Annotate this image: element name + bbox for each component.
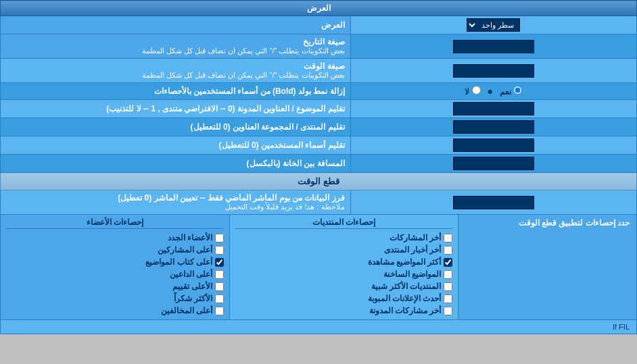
forum-stats-header: إحصاءات المنتديات xyxy=(235,217,452,229)
display-label: العرض xyxy=(1,16,351,34)
forum-trim-label: تقليم المنتدى / المجموعة العناوين (0 للت… xyxy=(1,118,351,136)
title-trim-label: تقليم الموضوع / العناوين المدونة (0 -- ا… xyxy=(1,100,351,118)
stat-item-top-inviters: أعلى الداعين xyxy=(6,268,224,280)
stat-item-top-topic-authors: أعلى كتاب المواضيع xyxy=(6,256,224,268)
cutoff-input-cell: 0 xyxy=(350,190,636,215)
stat-item-top-rated: الأعلى تقييم xyxy=(6,280,224,292)
stat-checkbox-new-members[interactable] xyxy=(215,234,224,242)
spacing-input[interactable]: 2 xyxy=(453,157,534,170)
cutoff-input[interactable]: 0 xyxy=(453,196,534,209)
bottom-note: If FIL xyxy=(1,320,637,334)
stat-checkbox-top-rated[interactable] xyxy=(215,282,224,291)
member-stats-col: إحصاءات الأعضاء الأعضاء الجدد أعلى المشا… xyxy=(1,215,229,319)
forum-trim-input[interactable]: 33 xyxy=(453,120,534,134)
stat-checkbox-most-viewed[interactable] xyxy=(444,258,452,267)
bold-radio-cell: نعم ● لا xyxy=(350,83,636,100)
stat-checkbox-forum-news[interactable] xyxy=(444,246,452,255)
date-format-input[interactable]: d-m xyxy=(453,40,534,53)
bold-remove-label: إزالة نمط بولد (Bold) من أسماء المستخدمي… xyxy=(1,83,351,100)
date-format-input-cell: d-m xyxy=(350,34,636,59)
stat-checkbox-last-posts[interactable] xyxy=(444,234,452,242)
stat-item-hot-topics: المواضيع الساخنة xyxy=(235,268,452,280)
stat-checkbox-top-posters[interactable] xyxy=(215,246,224,255)
stat-checkbox-most-thanked[interactable] xyxy=(215,294,224,303)
member-stats-header: إحصاءات الأعضاء xyxy=(6,217,224,229)
stat-item-classified-ads: أحدث الإعلانات المبوبة xyxy=(235,292,452,305)
stat-checkbox-top-violators[interactable] xyxy=(215,307,224,315)
stat-item-last-posts: أخر المشاركات xyxy=(235,232,452,244)
forum-trim-input-cell: 33 xyxy=(350,118,636,136)
forum-stats-col: إحصاءات المنتديات أخر المشاركات أخر أخبا… xyxy=(229,215,458,319)
title-trim-input[interactable]: 33 xyxy=(453,102,534,115)
stat-checkbox-top-inviters[interactable] xyxy=(215,270,224,279)
radio-yes-label: نعم xyxy=(500,86,522,97)
display-dropdown[interactable]: سطر واحد xyxy=(467,18,520,32)
stat-item-most-viewed: أكثر المواضيع مشاهدة xyxy=(235,256,452,268)
stat-item-top-posters: أعلى المشاركين xyxy=(6,244,224,256)
time-format-label: صيغة الوقت بعض التكوينات يتطلب "/" التي … xyxy=(1,59,351,83)
radio-yes[interactable] xyxy=(513,86,522,95)
stat-item-most-thanked: الأكثر شكراً xyxy=(6,292,224,305)
radio-bullet: ● xyxy=(488,86,493,97)
section-title: العرض xyxy=(307,3,331,13)
username-trim-input[interactable]: 0 xyxy=(453,138,534,152)
stat-checkbox-top-topic-authors[interactable] xyxy=(215,258,224,267)
cutoff-label: فرز البيانات من يوم الماشر الماضي فقط --… xyxy=(1,190,351,215)
username-trim-label: تقليم أسماء المستخدمين (0 للتعطيل) xyxy=(1,136,351,155)
time-format-input-cell: H:i xyxy=(350,59,636,83)
stat-checkbox-hot-topics[interactable] xyxy=(444,270,452,279)
title-trim-input-cell: 33 xyxy=(350,100,636,118)
stat-checkbox-most-similar[interactable] xyxy=(444,282,452,291)
stat-checkbox-classified-ads[interactable] xyxy=(444,294,452,303)
spacing-input-cell: 2 xyxy=(350,155,636,173)
stat-item-top-violators: أعلى المخالفين xyxy=(6,305,224,317)
page-title: العرض xyxy=(1,1,637,16)
cutoff-section-header: قطع الوقت xyxy=(1,173,637,190)
spacing-label: المسافة بين الخانة (بالبكسل) xyxy=(1,155,351,173)
stat-item-new-members: الأعضاء الجدد xyxy=(6,232,224,244)
stat-item-forum-news: أخر أخبار المنتدى xyxy=(235,244,452,256)
time-format-input[interactable]: H:i xyxy=(453,64,534,78)
username-trim-input-cell: 0 xyxy=(350,136,636,155)
date-format-label: صيغة التاريخ بعض التكوينات يتطلب "/" الت… xyxy=(1,34,351,59)
stat-item-most-similar: المنتديات الأكثر شبية xyxy=(235,280,452,292)
stats-apply-label: حدد إحصاءات لتطبيق قطع الوقت xyxy=(458,215,636,319)
stat-item-blog-posts: أخر مشاركات المدونة xyxy=(235,305,452,317)
radio-no-label: لا xyxy=(465,86,480,97)
stat-checkbox-blog-posts[interactable] xyxy=(444,307,452,315)
radio-no[interactable] xyxy=(472,86,481,95)
